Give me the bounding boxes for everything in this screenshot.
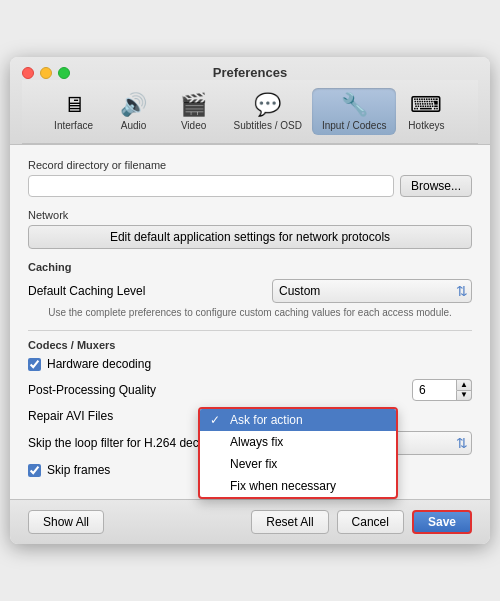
repair-option-ask[interactable]: ✓ Ask for action xyxy=(200,409,396,431)
caching-select[interactable]: Custom Lowest latency Low latency Normal… xyxy=(272,279,472,303)
network-button[interactable]: Edit default application settings for ne… xyxy=(28,225,472,249)
toolbar-item-video[interactable]: 🎬 Video xyxy=(164,88,224,135)
toolbar: 🖥 Interface 🔊 Audio 🎬 Video 💬 Subtitles … xyxy=(22,80,478,144)
repair-option-when-necessary[interactable]: Fix when necessary xyxy=(200,475,396,497)
browse-button[interactable]: Browse... xyxy=(400,175,472,197)
repair-option-never-label: Never fix xyxy=(230,457,277,471)
cancel-button[interactable]: Cancel xyxy=(337,510,404,534)
video-icon: 🎬 xyxy=(180,92,207,118)
minimize-button[interactable] xyxy=(40,67,52,79)
input-icon: 🔧 xyxy=(341,92,368,118)
close-button[interactable] xyxy=(22,67,34,79)
postprocessing-input-wrap: ▲ ▼ xyxy=(412,379,472,401)
toolbar-item-audio[interactable]: 🔊 Audio xyxy=(104,88,164,135)
content-area: Record directory or filename Browse... N… xyxy=(10,145,490,499)
hardware-decoding-row: Hardware decoding xyxy=(28,357,472,371)
toolbar-label-interface: Interface xyxy=(54,120,93,131)
postprocessing-row: Post-Processing Quality ▲ ▼ xyxy=(28,379,472,401)
toolbar-item-subtitles[interactable]: 💬 Subtitles / OSD xyxy=(224,88,312,135)
caching-select-wrapper: Custom Lowest latency Low latency Normal… xyxy=(272,279,472,303)
checkmark-icon: ✓ xyxy=(210,413,224,427)
repair-option-when-necessary-label: Fix when necessary xyxy=(230,479,336,493)
bottom-bar: Show All Reset All Cancel Save xyxy=(10,499,490,544)
record-input[interactable] xyxy=(28,175,394,197)
show-all-button[interactable]: Show All xyxy=(28,510,104,534)
toolbar-label-input: Input / Codecs xyxy=(322,120,386,131)
audio-icon: 🔊 xyxy=(120,92,147,118)
postprocessing-decrement[interactable]: ▼ xyxy=(456,390,472,402)
repair-avi-row: Repair AVI Files ✓ Ask for action Always… xyxy=(28,409,472,423)
window-controls xyxy=(22,67,70,79)
postprocessing-stepper: ▲ ▼ xyxy=(456,379,472,401)
titlebar: Preferences 🖥 Interface 🔊 Audio 🎬 Video … xyxy=(10,57,490,145)
subtitles-icon: 💬 xyxy=(254,92,281,118)
save-button[interactable]: Save xyxy=(412,510,472,534)
caching-row: Default Caching Level Custom Lowest late… xyxy=(28,279,472,303)
caching-hint: Use the complete preferences to configur… xyxy=(28,307,472,318)
separator xyxy=(28,330,472,331)
postprocessing-label: Post-Processing Quality xyxy=(28,383,412,397)
caching-level-label: Default Caching Level xyxy=(28,284,272,298)
codecs-section-label: Codecs / Muxers xyxy=(28,339,472,351)
interface-icon: 🖥 xyxy=(63,92,85,118)
repair-option-never[interactable]: Never fix xyxy=(200,453,396,475)
toolbar-item-hotkeys[interactable]: ⌨ Hotkeys xyxy=(396,88,456,135)
repair-avi-dropdown[interactable]: ✓ Ask for action Always fix Never fix Fi… xyxy=(198,407,398,499)
maximize-button[interactable] xyxy=(58,67,70,79)
repair-option-ask-label: Ask for action xyxy=(230,413,303,427)
toolbar-label-audio: Audio xyxy=(121,120,147,131)
caching-section-label: Caching xyxy=(28,261,472,273)
toolbar-label-subtitles: Subtitles / OSD xyxy=(234,120,302,131)
toolbar-item-input[interactable]: 🔧 Input / Codecs xyxy=(312,88,396,135)
record-label: Record directory or filename xyxy=(28,159,472,171)
toolbar-label-video: Video xyxy=(181,120,206,131)
repair-option-always-label: Always fix xyxy=(230,435,283,449)
hotkeys-icon: ⌨ xyxy=(410,92,442,118)
hardware-decoding-checkbox[interactable] xyxy=(28,358,41,371)
repair-option-always[interactable]: Always fix xyxy=(200,431,396,453)
toolbar-item-interface[interactable]: 🖥 Interface xyxy=(44,88,104,135)
skip-frames-checkbox[interactable] xyxy=(28,464,41,477)
window-title: Preferences xyxy=(213,65,287,88)
toolbar-label-hotkeys: Hotkeys xyxy=(408,120,444,131)
postprocessing-increment[interactable]: ▲ xyxy=(456,379,472,390)
record-row: Browse... xyxy=(28,175,472,197)
network-label: Network xyxy=(28,209,472,221)
reset-all-button[interactable]: Reset All xyxy=(251,510,328,534)
preferences-window: Preferences 🖥 Interface 🔊 Audio 🎬 Video … xyxy=(10,57,490,544)
hardware-decoding-label: Hardware decoding xyxy=(47,357,151,371)
skip-frames-label: Skip frames xyxy=(47,463,110,477)
